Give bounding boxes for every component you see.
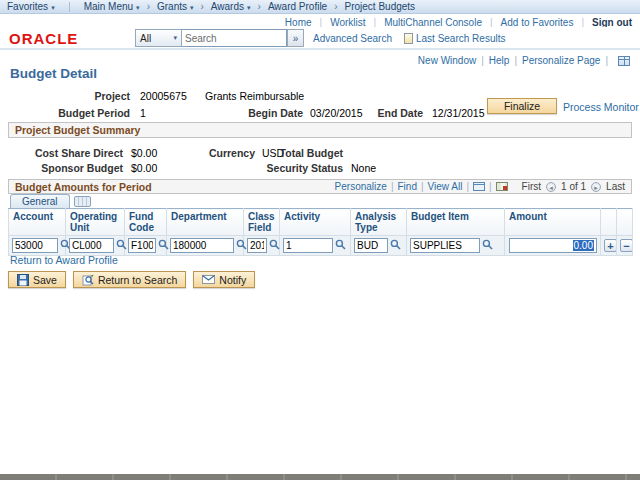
save-button[interactable]: Save [8,271,66,288]
pager-prev-icon[interactable] [546,182,556,192]
home-link[interactable]: Home [285,17,312,28]
pager-first-label[interactable]: First [522,180,541,194]
column-header-fund-code: Fund Code [125,209,167,236]
budget-grid: Account Operating Unit Fund Code Departm… [8,208,633,256]
begin-date-label: Begin Date [200,107,303,119]
help-link[interactable]: Help [489,55,510,66]
budget-period-label: Budget Period [0,107,130,119]
activity-field[interactable] [283,238,333,253]
tab-general[interactable]: General [10,194,70,208]
cost-share-direct-label: Cost Share Direct [0,147,123,159]
http-grid-icon[interactable] [618,56,630,66]
search-bar: All Advanced Search Last Search Results [135,29,505,47]
search-go-button[interactable] [287,29,304,47]
return-to-search-button[interactable]: Return to Search [73,271,186,288]
breadcrumb-project-budgets[interactable]: Project Budgets [345,1,416,12]
breadcrumb-award-profile[interactable]: Award Profile [268,1,327,12]
link-separator [581,17,584,28]
add-to-favorites-link[interactable]: Add to Favorites [501,17,574,28]
budget-amounts-header: Budget Amounts for Period Personalize Fi… [8,179,632,194]
security-status-value: None [351,162,376,174]
oracle-logo: ORACLE [9,30,78,47]
project-value: 20005675 [140,90,187,102]
total-budget-label: Total Budget [243,147,343,159]
breadcrumb-awards[interactable]: Awards [211,1,251,12]
process-monitor-link[interactable]: Process Monitor [563,101,639,113]
link-separator [514,55,517,66]
cost-share-direct-value: $0.00 [131,147,157,159]
operating-unit-field[interactable] [69,238,114,253]
double-chevron-icon [293,33,299,44]
link-separator [320,17,323,28]
last-search-results-label: Last Search Results [416,33,506,44]
page-utility-links: New Window Help Personalize Page [418,55,630,66]
project-label: Project [0,90,130,102]
finalize-button[interactable]: Finalize [487,98,557,114]
column-header-account: Account [9,209,66,236]
budget-item-field[interactable] [410,238,480,253]
project-budget-summary-title: Project Budget Summary [15,123,140,137]
return-to-search-label: Return to Search [98,274,177,286]
analysis-type-field[interactable] [354,238,388,253]
chevron-down-icon [173,34,177,42]
class-field-lookup-icon[interactable] [269,239,280,252]
add-row-button[interactable] [604,239,617,252]
worklist-link[interactable]: Worklist [330,17,365,28]
department-field[interactable] [170,238,234,253]
budget-period-value: 1 [140,107,146,119]
department-lookup-icon[interactable] [236,239,247,252]
breadcrumb-grants[interactable]: Grants [157,1,194,12]
account-field[interactable] [12,238,58,253]
analysis-type-lookup-icon[interactable] [390,239,401,252]
download-to-excel-icon[interactable] [496,182,508,191]
find-link[interactable]: Find [397,180,416,194]
grid-pager: First 1 of 1 Last [522,180,625,194]
show-all-columns-icon[interactable] [74,196,91,207]
personalize-page-link[interactable]: Personalize Page [522,55,600,66]
budget-item-lookup-icon[interactable] [482,239,493,252]
sponsor-budget-label: Sponsor Budget [0,162,123,174]
link-separator [466,180,469,194]
search-scope-select[interactable]: All [135,29,182,47]
bottom-window-edge [0,474,640,480]
grid-header-row: Account Operating Unit Fund Code Departm… [9,209,633,236]
return-to-award-profile-link[interactable]: Return to Award Profile [10,254,118,266]
search-input[interactable] [182,29,287,47]
link-separator [489,180,492,194]
breadcrumb-main-menu[interactable]: Main Menu [84,1,140,12]
table-row: 0.00 [9,236,633,256]
delete-row-button[interactable] [620,239,633,252]
activity-lookup-icon[interactable] [335,239,346,252]
last-search-results-icon [404,33,413,44]
personalize-link[interactable]: Personalize [335,180,387,194]
currency-label: Currency [155,147,255,159]
link-separator [481,55,484,66]
last-search-results-link[interactable]: Last Search Results [404,33,506,44]
link-separator [605,55,608,66]
link-separator [490,17,493,28]
pager-last-label[interactable]: Last [606,180,625,194]
multichannel-console-link[interactable]: MultiChannel Console [384,17,482,28]
new-window-link[interactable]: New Window [418,55,476,66]
view-all-link[interactable]: View All [428,180,463,194]
link-separator [421,180,424,194]
pager-next-icon[interactable] [591,182,601,192]
fund-code-field[interactable] [128,238,156,253]
breadcrumb-divider [69,2,70,12]
breadcrumb-favorites[interactable]: Favorites [7,1,55,12]
class-field-field[interactable] [247,238,267,253]
column-header-delete [617,209,633,236]
zoom-grid-icon[interactable] [473,182,485,191]
breadcrumb: Favorites Main Menu Grants Awards Award … [0,0,640,14]
fund-code-lookup-icon[interactable] [158,239,169,252]
project-budget-summary-header: Project Budget Summary [8,122,632,138]
operating-unit-lookup-icon[interactable] [116,239,127,252]
column-header-department: Department [167,209,244,236]
sign-out-link[interactable]: Sign out [592,17,632,28]
column-header-analysis-type: Analysis Type [351,209,407,236]
save-label: Save [33,274,57,286]
column-header-activity: Activity [280,209,351,236]
notify-button[interactable]: Notify [193,271,255,288]
advanced-search-link[interactable]: Advanced Search [313,33,392,44]
amount-field[interactable]: 0.00 [509,238,597,253]
